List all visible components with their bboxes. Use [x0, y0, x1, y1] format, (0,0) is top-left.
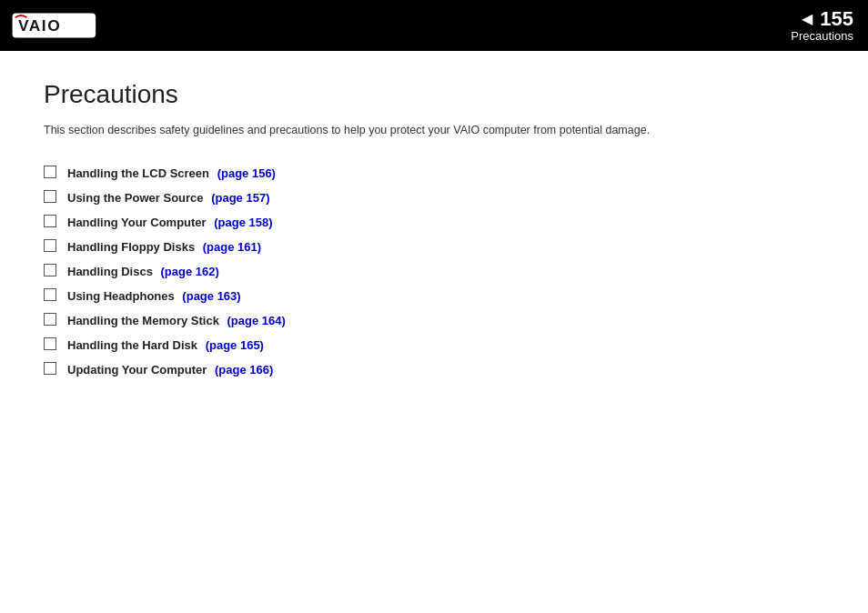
- toc-item-label: Handling the LCD Screen (page 156): [67, 166, 276, 180]
- toc-item-link[interactable]: (page 157): [211, 191, 269, 205]
- checkbox-icon: [44, 239, 56, 252]
- header-right: ◀ 155 Precautions: [791, 9, 853, 43]
- page-number: 155: [820, 9, 853, 29]
- toc-item-link[interactable]: (page 162): [161, 265, 219, 278]
- toc-item-link[interactable]: (page 156): [217, 166, 276, 180]
- toc-item-link[interactable]: (page 165): [206, 338, 264, 352]
- toc-item-label: Handling the Hard Disk (page 165): [67, 338, 264, 352]
- checkbox-icon: [44, 288, 56, 301]
- toc-item-link[interactable]: (page 163): [182, 289, 240, 303]
- checkbox-icon: [44, 215, 56, 227]
- checkbox-icon: [44, 264, 56, 276]
- checkbox-icon: [44, 166, 56, 178]
- checkbox-icon: [44, 313, 56, 326]
- toc-item-label: Updating Your Computer (page 166): [67, 363, 273, 377]
- toc-item-label: Using the Power Source (page 157): [67, 191, 269, 205]
- toc-item: Handling Your Computer (page 158): [44, 214, 824, 229]
- header: VAIO ◀ 155 Precautions: [0, 0, 868, 51]
- svg-text:VAIO: VAIO: [18, 16, 61, 35]
- checkbox-icon: [44, 362, 56, 375]
- page-title: Precautions: [44, 80, 824, 109]
- toc-item-label: Handling the Memory Stick (page 164): [67, 314, 286, 327]
- toc-list: Handling the LCD Screen (page 156)Using …: [44, 165, 824, 377]
- toc-item-link[interactable]: (page 161): [203, 240, 261, 254]
- toc-item-link[interactable]: (page 158): [214, 216, 272, 229]
- toc-item: Handling the Memory Stick (page 164): [44, 312, 824, 327]
- toc-item: Handling the LCD Screen (page 156): [44, 165, 824, 180]
- toc-item-link[interactable]: (page 166): [215, 363, 273, 377]
- toc-item-link[interactable]: (page 164): [227, 314, 285, 327]
- toc-item-label: Handling Floppy Disks (page 161): [67, 240, 261, 254]
- checkbox-icon: [44, 190, 56, 203]
- checkbox-icon: [44, 337, 56, 350]
- toc-item-label: Using Headphones (page 163): [67, 289, 241, 303]
- toc-item-label: Handling Your Computer (page 158): [67, 216, 273, 229]
- back-arrow-icon: ◀: [802, 10, 812, 27]
- section-name: Precautions: [791, 29, 853, 43]
- main-content: Precautions This section describes safet…: [0, 51, 868, 415]
- logo-container: VAIO: [11, 12, 97, 39]
- toc-item: Handling Floppy Disks (page 161): [44, 238, 824, 254]
- page-description: This section describes safety guidelines…: [44, 122, 824, 139]
- toc-item: Handling Discs (page 162): [44, 263, 824, 278]
- toc-item: Handling the Hard Disk (page 165): [44, 337, 824, 352]
- toc-item: Updating Your Computer (page 166): [44, 361, 824, 377]
- toc-item: Using Headphones (page 163): [44, 287, 824, 303]
- vaio-logo: VAIO: [11, 12, 97, 39]
- toc-item-label: Handling Discs (page 162): [67, 265, 219, 278]
- toc-item: Using the Power Source (page 157): [44, 189, 824, 205]
